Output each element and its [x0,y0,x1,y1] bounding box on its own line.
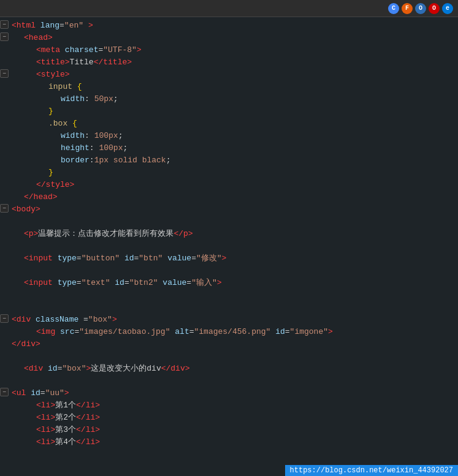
code-line-1: − <html lang="en" > [0,20,458,32]
code-line-23 [0,289,458,301]
fold-icon-16[interactable]: − [0,204,9,213]
line-content-6: input { [9,81,458,93]
code-line-30 [0,375,458,387]
code-line-4: <title>Title</title> [0,56,458,69]
code-line-26: <img src="images/taobao.jpg" alt="images… [0,326,458,338]
line-content-23 [9,290,458,301]
line-content-11: height: 100px; [9,143,458,154]
code-line-12: border:1px solid black; [0,154,458,167]
opera-icon[interactable]: O [415,3,426,14]
code-line-28 [0,350,458,363]
line-content-31: <ul id="uu"> [9,388,458,399]
line-content-16: <body> [9,204,458,215]
code-line-17 [0,216,458,228]
code-line-10: width: 100px; [0,130,458,142]
code-line-9: .box { [0,118,458,130]
url-bar: https://blog.csdn.net/weixin_44392027 [285,465,458,476]
line-content-24 [9,302,458,313]
line-content-22: <input type="text" id="btn2" value="输入"> [9,278,458,289]
code-line-35: <li>第4个</li> [0,436,458,448]
fold-icon-31[interactable]: − [0,388,9,396]
line-content-8: } [9,106,458,117]
line-content-2: <head> [9,32,458,43]
line-content-29: <div id="box">这是改变大小的div</div> [9,363,458,374]
line-content-20: <input type="button" id="btn" value="修改"… [9,253,458,264]
code-line-16: − <body> [0,203,458,216]
code-line-34: <li>第3个</li> [0,424,458,436]
line-content-30 [9,376,458,387]
code-line-24 [0,301,458,314]
line-content-15: </head> [9,192,458,203]
line-content-34: <li>第3个</li> [9,425,458,436]
code-line-33: <li>第2个</li> [0,412,458,424]
fold-icon-2[interactable]: − [0,32,9,41]
line-content-17 [9,216,458,227]
code-line-7: width: 50px; [0,93,458,105]
code-line-5: − <style> [0,69,458,81]
line-content-1: <html lang="en" > [9,20,458,31]
line-content-14: </style> [9,179,458,191]
code-editor: − <html lang="en" > − <head> <meta chars… [0,17,458,451]
line-content-10: width: 100px; [9,130,458,142]
ie-red-icon[interactable]: O [429,3,440,14]
code-line-18: <p>温馨提示：点击修改才能看到所有效果</p> [0,228,458,240]
line-content-18: <p>温馨提示：点击修改才能看到所有效果</p> [9,229,458,240]
fold-icon-5[interactable]: − [0,69,9,78]
code-line-19 [0,240,458,252]
line-content-5: <style> [9,69,458,80]
browser-toolbar: C F O O e [0,0,458,17]
code-line-31: − <ul id="uu"> [0,387,458,399]
firefox-icon[interactable]: F [402,3,413,14]
code-line-29: <div id="box">这是改变大小的div</div> [0,363,458,375]
line-content-12: border:1px solid black; [9,155,458,166]
line-content-28 [9,351,458,362]
line-content-13: } [9,167,458,178]
code-line-32: <li>第1个</li> [0,399,458,412]
code-line-2: − <head> [0,32,458,44]
code-line-21 [0,265,458,277]
code-line-27: </div> [0,338,458,350]
line-content-9: .box { [9,118,458,129]
line-content-3: <meta charset="UTF-8"> [9,45,458,56]
fold-icon-1[interactable]: − [0,20,9,29]
url-text: https://blog.csdn.net/weixin_44392027 [290,466,453,475]
code-line-8: } [0,105,458,118]
line-content-26: <img src="images/taobao.jpg" alt="images… [9,327,458,338]
code-line-20: <input type="button" id="btn" value="修改"… [0,252,458,265]
line-content-4: <title>Title</title> [9,57,458,68]
code-line-13: } [0,167,458,179]
line-content-32: <li>第1个</li> [9,400,458,411]
code-line-3: <meta charset="UTF-8"> [0,44,458,56]
ie-blue-icon[interactable]: e [442,3,453,14]
code-line-11: height: 100px; [0,142,458,154]
line-content-21 [9,265,458,276]
code-line-15: </head> [0,191,458,203]
line-content-33: <li>第2个</li> [9,412,458,423]
code-line-6: input { [0,81,458,93]
line-content-27: </div> [9,339,458,350]
line-content-35: <li>第4个</li> [9,437,458,448]
code-line-22: <input type="text" id="btn2" value="输入"> [0,277,458,289]
line-content-19 [9,241,458,252]
line-content-7: width: 50px; [9,94,458,105]
chrome-icon[interactable]: C [388,3,399,14]
line-content-25: <div className ="box"> [9,314,458,325]
fold-icon-25[interactable]: − [0,314,9,323]
code-line-25: − <div className ="box"> [0,314,458,326]
code-line-14: </style> [0,179,458,191]
